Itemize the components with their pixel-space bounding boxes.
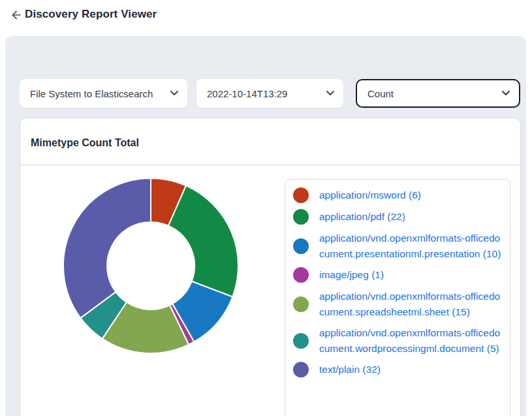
legend-swatch-icon xyxy=(293,209,309,225)
legend-swatch-icon xyxy=(293,362,309,377)
legend-label[interactable]: text/plain (32) xyxy=(319,362,505,377)
report-type-select-value: File System to Elasticsearch xyxy=(30,88,153,99)
card-title: Mimetype Count Total xyxy=(31,137,139,149)
legend-item: image/jpeg (1) xyxy=(293,267,505,283)
report-date-select-value: 2022-10-14T13:29 xyxy=(207,88,287,99)
report-type-select[interactable]: File System to Elasticsearch xyxy=(20,79,187,108)
donut-slice[interactable] xyxy=(168,185,238,296)
legend-item: application/msword (6) xyxy=(293,187,505,203)
discovery-report-viewer-page: Discovery Report Viewer File System to E… xyxy=(0,0,532,416)
legend-label[interactable]: application/vnd.openxmlformats-officedoc… xyxy=(319,289,505,319)
report-panel: File System to Elasticsearch 2022-10-14T… xyxy=(5,36,526,416)
legend-swatch-icon xyxy=(293,296,309,312)
legend-label[interactable]: application/msword (6) xyxy=(319,187,505,203)
donut-slice[interactable] xyxy=(63,178,151,318)
report-date-select[interactable]: 2022-10-14T13:29 xyxy=(196,79,343,108)
legend-item: application/vnd.openxmlformats-officedoc… xyxy=(293,231,505,261)
donut-chart[interactable] xyxy=(59,174,242,357)
chevron-down-icon xyxy=(502,91,510,96)
legend-item: application/pdf (22) xyxy=(293,209,505,225)
legend-item: text/plain (32) xyxy=(293,362,505,377)
page-title: Discovery Report Viewer xyxy=(25,8,157,21)
app-header: Discovery Report Viewer xyxy=(0,0,532,36)
back-button[interactable] xyxy=(7,6,25,24)
legend-label[interactable]: application/vnd.openxmlformats-officedoc… xyxy=(319,231,505,261)
chevron-down-icon xyxy=(326,91,334,96)
legend-swatch-icon xyxy=(293,267,309,283)
legend-label[interactable]: application/vnd.openxmlformats-officedoc… xyxy=(319,325,505,356)
legend-swatch-icon xyxy=(293,238,309,254)
metric-select-value: Count xyxy=(368,88,394,99)
card-header: Mimetype Count Total xyxy=(20,118,520,165)
back-arrow-icon xyxy=(10,8,23,22)
chevron-down-icon xyxy=(170,91,178,96)
legend-item: application/vnd.openxmlformats-officedoc… xyxy=(293,325,505,356)
legend-label[interactable]: application/pdf (22) xyxy=(319,209,505,225)
mimetype-count-card: Mimetype Count Total application/msword … xyxy=(20,118,521,416)
legend-item: application/vnd.openxmlformats-officedoc… xyxy=(293,289,505,319)
legend-swatch-icon xyxy=(293,333,309,349)
metric-select[interactable]: Count xyxy=(356,79,520,108)
legend-swatch-icon xyxy=(293,187,309,203)
chart-legend: application/msword (6)application/pdf (2… xyxy=(285,179,510,416)
legend-label[interactable]: image/jpeg (1) xyxy=(319,267,505,283)
